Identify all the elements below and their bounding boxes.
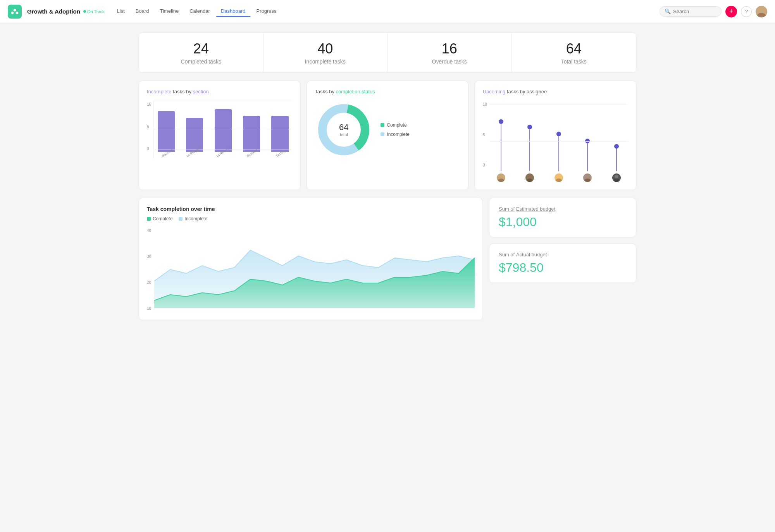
- project-title: Growth & Adoption On Track: [27, 8, 105, 15]
- title-incomplete: Incomplete: [147, 89, 172, 94]
- tab-list[interactable]: List: [112, 6, 129, 17]
- lolly-4: [576, 139, 599, 182]
- svg-point-11: [586, 175, 589, 178]
- logo-icon: [10, 7, 19, 16]
- upcoming-by-assignee-title: Upcoming tasks by assignee: [483, 89, 628, 94]
- main-content: 24 Completed tasks 40 Incomplete tasks 1…: [128, 23, 647, 329]
- lolly-4-avatar: [583, 173, 592, 182]
- header-actions: 🔍 + ?: [660, 6, 767, 17]
- stat-overdue-number: 16: [395, 41, 504, 57]
- legend-incomplete-dot: [381, 132, 384, 136]
- stat-overdue: 16 Overdue tasks: [388, 33, 512, 72]
- bar-blocked-fill: [243, 116, 260, 152]
- search-input[interactable]: [673, 9, 716, 14]
- title-tasks-by-assignee: tasks by assignee: [507, 89, 547, 94]
- tab-board[interactable]: Board: [131, 6, 154, 17]
- stat-completed: 24 Completed tasks: [139, 33, 264, 72]
- svg-point-2: [16, 12, 18, 14]
- lolly-1-stem: [501, 124, 501, 171]
- stat-total: 64 Total tasks: [512, 33, 636, 72]
- budget-estimated-link[interactable]: Estimated budget: [516, 206, 555, 212]
- stat-total-number: 64: [520, 41, 629, 57]
- donut-center: 64 total: [339, 122, 348, 137]
- status-dot: [83, 10, 86, 13]
- bar-backlog-fill: [158, 111, 175, 152]
- svg-point-5: [499, 175, 503, 178]
- lolly-3: [547, 132, 570, 182]
- tab-calendar[interactable]: Calendar: [185, 6, 215, 17]
- area-chart-title: Task completion over time: [147, 206, 475, 212]
- area-legend-incomplete-dot: [179, 217, 183, 221]
- donut-total-number: 64: [339, 122, 348, 132]
- budget-actual-card: Sum of Actual budget $798.50: [489, 244, 636, 283]
- area-legend-complete-dot: [147, 217, 151, 221]
- search-box[interactable]: 🔍: [660, 6, 722, 17]
- lolly-4-dot: [585, 139, 590, 143]
- lollipop-chart: 10 5 0: [483, 101, 628, 182]
- svg-point-7: [528, 175, 532, 178]
- lolly-2-avatar: [525, 173, 534, 182]
- help-button[interactable]: ?: [741, 6, 752, 17]
- budget-actual-link[interactable]: Actual budget: [516, 252, 547, 257]
- project-info: Growth & Adoption On Track: [27, 8, 105, 15]
- avatar: [756, 6, 767, 17]
- stat-completed-label: Completed tasks: [147, 58, 255, 65]
- legend-complete: Complete: [381, 122, 410, 128]
- bar-testing: Testing: [268, 116, 292, 159]
- lolly-2-stem: [529, 129, 530, 171]
- area-legend: Complete Incomplete: [147, 216, 475, 221]
- tab-timeline[interactable]: Timeline: [155, 6, 183, 17]
- svg-point-6: [498, 178, 505, 182]
- gridline-mid: [154, 130, 292, 130]
- lolly-3-dot: [556, 132, 561, 136]
- donut-total-label: total: [339, 132, 348, 137]
- budget-actual-label: Sum of Actual budget: [499, 252, 627, 257]
- stat-incomplete-number: 40: [271, 41, 380, 57]
- svg-point-1: [11, 12, 14, 14]
- budget-cards: Sum of Estimated budget $1,000 Sum of Ac…: [489, 198, 636, 320]
- area-chart-svg: [154, 227, 475, 308]
- budget-actual-amount: $798.50: [499, 261, 627, 275]
- add-button[interactable]: +: [725, 6, 737, 17]
- header: Growth & Adoption On Track List Board Ti…: [0, 0, 775, 23]
- bottom-row: Task completion over time Complete Incom…: [139, 198, 636, 320]
- donut-legend: Complete Incomplete: [381, 122, 410, 137]
- stat-incomplete: 40 Incomplete tasks: [264, 33, 388, 72]
- area-yaxis: 40 30 20 10: [147, 227, 154, 312]
- gridline-top: [154, 101, 292, 101]
- bar-chart-bars: Backlog In Progress In Review Block: [153, 101, 292, 159]
- svg-point-13: [615, 175, 618, 178]
- donut-chart: 64 total: [315, 101, 373, 159]
- title-upcoming: Upcoming: [483, 89, 506, 94]
- legend-incomplete: Incomplete: [381, 132, 410, 137]
- charts-row: Incomplete tasks by section 10 5 0: [139, 81, 636, 190]
- svg-point-4: [757, 13, 766, 17]
- bar-backlog: Backlog: [154, 111, 178, 159]
- lolly-5-avatar: [612, 173, 621, 182]
- lolly-3-avatar: [555, 173, 563, 182]
- area-chart-card: Task completion over time Complete Incom…: [139, 198, 483, 320]
- svg-point-0: [14, 9, 16, 11]
- upcoming-by-assignee-card: Upcoming tasks by assignee 10 5 0: [475, 81, 636, 190]
- budget-estimated-card: Sum of Estimated budget $1,000: [489, 198, 636, 237]
- lollipop-gridline2: [489, 141, 628, 142]
- area-legend-complete: Complete: [147, 216, 172, 221]
- tab-dashboard[interactable]: Dashboard: [216, 6, 250, 17]
- area-legend-incomplete: Incomplete: [179, 216, 207, 221]
- svg-point-10: [555, 178, 562, 182]
- incomplete-by-section-card: Incomplete tasks by section 10 5 0: [139, 81, 300, 190]
- lolly-4-stem: [587, 143, 588, 171]
- lolly-1: [489, 119, 513, 182]
- bar-blocked: Blocked: [239, 116, 264, 159]
- lollipop-gridline1: [489, 105, 628, 105]
- logo: [8, 5, 22, 19]
- area-chart-svg-wrap: [154, 227, 475, 312]
- bar-chart: 10 5 0 Backlog: [147, 101, 292, 170]
- tab-progress[interactable]: Progress: [252, 6, 281, 17]
- svg-point-12: [584, 178, 591, 182]
- stat-incomplete-label: Incomplete tasks: [271, 58, 380, 65]
- lolly-5-dot: [614, 144, 619, 149]
- title-tasks-by2: Tasks by: [315, 89, 336, 94]
- completion-status-card: Tasks by completion status 64 total: [307, 81, 468, 190]
- lolly-1-dot: [499, 119, 503, 124]
